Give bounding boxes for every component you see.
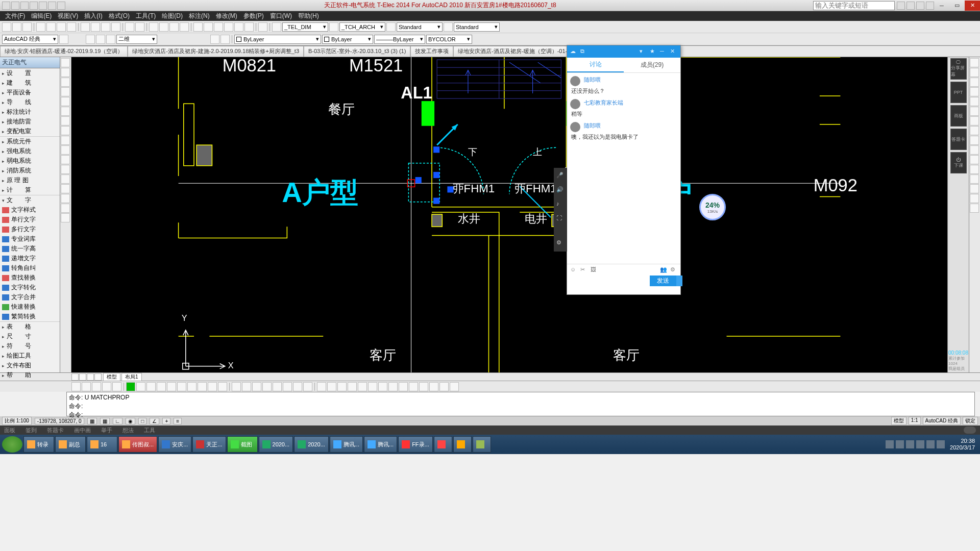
zoom-rt-icon[interactable] xyxy=(159,22,168,32)
power-button[interactable] xyxy=(964,427,976,434)
print-icon[interactable] xyxy=(36,22,45,32)
maximize-button[interactable]: ▭ xyxy=(949,1,965,11)
chat-close-icon[interactable]: ✕ xyxy=(670,48,677,55)
stretch-icon[interactable] xyxy=(970,136,979,145)
plot-icon[interactable] xyxy=(67,22,76,32)
taskbar-item[interactable] xyxy=(453,436,472,453)
qat-save[interactable] xyxy=(30,2,38,10)
taskbar-item[interactable]: 转录 xyxy=(23,436,54,453)
region-icon[interactable] xyxy=(61,194,70,203)
panel-item[interactable]: ▸设 置 xyxy=(0,68,60,78)
start-button[interactable] xyxy=(2,436,22,453)
panel-item[interactable]: ▸尺 寸 xyxy=(0,332,60,341)
cloud-icon[interactable]: ☁ xyxy=(570,48,577,55)
taskbar-item[interactable]: 腾讯... xyxy=(330,436,363,453)
bt-icon[interactable] xyxy=(439,382,449,391)
menu-format[interactable]: 格式(O) xyxy=(106,12,133,20)
menu-insert[interactable]: 插入(I) xyxy=(81,12,105,20)
bt-icon[interactable] xyxy=(112,382,121,391)
bt-icon[interactable] xyxy=(327,382,336,391)
panel-tool[interactable]: 统一字高 xyxy=(0,244,60,254)
bt-icon[interactable] xyxy=(232,382,241,391)
tray-icon[interactable] xyxy=(906,440,914,448)
dimstyle-icon[interactable] xyxy=(272,22,281,32)
bt-icon[interactable] xyxy=(337,382,347,391)
tray-icon[interactable] xyxy=(896,440,904,448)
panel-item[interactable]: ▸建 筑 xyxy=(0,78,60,88)
tab-members[interactable]: 成员(29) xyxy=(624,58,680,72)
panel-item[interactable]: ▸强电系统 xyxy=(0,146,60,156)
tray-icon[interactable] xyxy=(916,440,924,448)
qat-redo[interactable] xyxy=(48,2,56,10)
color-combo[interactable]: ByLayer▾ xyxy=(322,35,373,44)
bt-icon[interactable] xyxy=(187,382,197,391)
save-icon[interactable] xyxy=(22,22,32,32)
bt-icon[interactable] xyxy=(293,382,302,391)
status-scale[interactable]: 比例 1:100 xyxy=(2,417,32,425)
line-icon[interactable] xyxy=(61,58,70,67)
panel-tool[interactable]: 多行文字 xyxy=(0,224,60,234)
point-icon[interactable] xyxy=(61,165,70,174)
arc-icon[interactable] xyxy=(61,97,70,106)
undo-icon[interactable] xyxy=(125,22,134,32)
panel-tool[interactable]: 专业词库 xyxy=(0,234,60,244)
menu-draw[interactable]: 绘图(D) xyxy=(159,12,186,20)
panel-item[interactable]: ▸平面设备 xyxy=(0,88,60,97)
bt-icon[interactable] xyxy=(419,382,428,391)
members-icon[interactable]: 👥 xyxy=(660,266,667,273)
tray-volume-icon[interactable] xyxy=(926,440,935,448)
bt-icon[interactable] xyxy=(167,382,176,391)
settings-icon[interactable]: ⚙ xyxy=(556,239,565,247)
trim-icon[interactable] xyxy=(970,145,979,155)
chat-messages[interactable]: 随郎喂 还没开始么？ 七彩教育家长端 稍等 随郎喂 噢，我还以为是我电脑卡了 xyxy=(567,73,680,264)
bt-icon[interactable] xyxy=(157,382,166,391)
layerprop-icon[interactable] xyxy=(210,35,219,44)
panel-item[interactable]: ▸帮 助 xyxy=(0,370,60,380)
dcenter-icon[interactable] xyxy=(204,22,213,32)
bt-icon[interactable] xyxy=(409,382,418,391)
zoom-win-icon[interactable] xyxy=(169,22,179,32)
spline-icon[interactable] xyxy=(61,116,70,126)
bt-icon[interactable] xyxy=(208,382,217,391)
taskbar-item[interactable]: 2020... xyxy=(294,436,329,453)
bt-icon[interactable] xyxy=(378,382,387,391)
drawing-canvas[interactable]: M0821 M1521 M1521 M092 AL1 AL1 餐厅 餐厅 A户型… xyxy=(71,57,947,372)
panel-tool[interactable]: 快速替换 xyxy=(0,302,60,312)
taskbar-item[interactable]: 天正... xyxy=(192,436,226,453)
help-icon[interactable] xyxy=(897,2,905,10)
prop-icon[interactable] xyxy=(193,22,203,32)
linetype-combo[interactable]: ——— ByLayer▾ xyxy=(374,35,425,44)
viewstyle-combo[interactable]: 二维▾ xyxy=(116,35,157,44)
panel-item[interactable]: ▸绘图工具 xyxy=(0,351,60,361)
ws-settings-icon[interactable] xyxy=(59,35,68,44)
array-icon[interactable] xyxy=(970,97,979,106)
qat-print[interactable] xyxy=(57,2,65,10)
bt-icon[interactable] xyxy=(218,382,227,391)
textstyle2-combo[interactable]: Standard▾ xyxy=(454,22,500,32)
gradient-icon[interactable] xyxy=(61,184,70,193)
layer-mgr-icon[interactable] xyxy=(86,35,95,44)
lineweight-combo[interactable]: BYCOLOR▾ xyxy=(426,35,472,44)
panel-item[interactable]: ▸变配电室 xyxy=(0,127,60,136)
publish-icon[interactable] xyxy=(57,22,66,32)
join-icon[interactable] xyxy=(970,174,979,184)
cut-icon[interactable] xyxy=(81,22,90,32)
mtext-icon[interactable] xyxy=(61,213,70,222)
share-screen-button[interactable]: 🖵分享屏幕 xyxy=(950,58,967,80)
lwt-toggle[interactable]: ≡ xyxy=(174,418,182,424)
ortho-toggle[interactable]: ∟ xyxy=(113,418,123,424)
tray-network-icon[interactable] xyxy=(937,440,945,448)
bt-icon[interactable] xyxy=(92,382,101,391)
taskbar-item[interactable]: 16 xyxy=(87,436,117,453)
doc-tab[interactable]: 绿地·安庆·铂丽酒店-暖通-02-2019.9.19（空调） xyxy=(0,46,128,57)
panel-item[interactable]: ▸标注统计 xyxy=(0,107,60,117)
layout-prev-icon[interactable] xyxy=(79,373,86,381)
bt-icon[interactable] xyxy=(317,382,326,391)
paste-icon[interactable] xyxy=(101,22,110,32)
qat-undo[interactable] xyxy=(39,2,47,10)
zoom-prev-icon[interactable] xyxy=(180,22,189,32)
menu-tools[interactable]: 工具(T) xyxy=(133,12,159,20)
textstyle1-combo[interactable]: Standard▾ xyxy=(397,22,443,32)
chamfer-icon[interactable] xyxy=(970,184,979,193)
osnap-toggle[interactable]: □ xyxy=(138,418,146,424)
